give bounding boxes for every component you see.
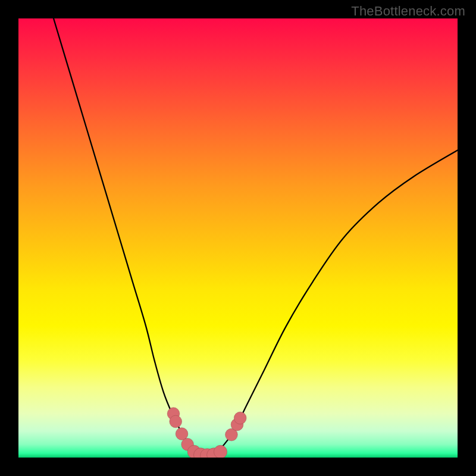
curve-layer: [54, 18, 458, 456]
data-marker: [234, 412, 246, 424]
data-marker: [170, 415, 182, 428]
bottleneck-curve: [54, 18, 458, 456]
data-marker: [214, 445, 227, 458]
chart-frame: TheBottleneck.com: [0, 0, 476, 476]
plot-area: [18, 18, 458, 458]
marker-layer: [167, 408, 246, 458]
data-marker: [176, 428, 188, 440]
watermark-text: TheBottleneck.com: [351, 4, 465, 19]
chart-svg: [18, 18, 458, 458]
